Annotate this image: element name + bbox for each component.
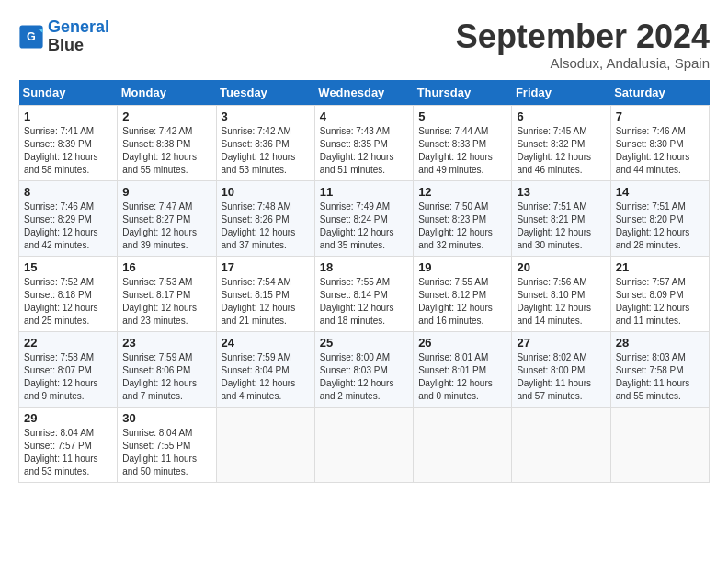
calendar-cell: 18Sunrise: 7:55 AM Sunset: 8:14 PM Dayli…	[314, 256, 413, 331]
day-info: Sunrise: 7:43 AM Sunset: 8:35 PM Dayligh…	[320, 125, 408, 177]
header-cell-friday: Friday	[512, 80, 610, 106]
calendar-cell: 7Sunrise: 7:46 AM Sunset: 8:30 PM Daylig…	[610, 105, 709, 180]
day-info: Sunrise: 7:59 AM Sunset: 8:06 PM Dayligh…	[122, 351, 210, 403]
day-info: Sunrise: 7:41 AM Sunset: 8:39 PM Dayligh…	[24, 125, 112, 177]
header-cell-wednesday: Wednesday	[314, 80, 413, 106]
day-info: Sunrise: 7:51 AM Sunset: 8:21 PM Dayligh…	[517, 201, 605, 252]
day-number: 14	[616, 185, 704, 199]
day-info: Sunrise: 8:04 AM Sunset: 7:57 PM Dayligh…	[24, 427, 112, 478]
calendar-cell: 3Sunrise: 7:42 AM Sunset: 8:36 PM Daylig…	[216, 105, 314, 180]
calendar-cell: 10Sunrise: 7:48 AM Sunset: 8:26 PM Dayli…	[216, 180, 314, 256]
day-number: 21	[616, 260, 704, 274]
calendar-cell: 1Sunrise: 7:41 AM Sunset: 8:39 PM Daylig…	[19, 105, 118, 180]
calendar-header: SundayMondayTuesdayWednesdayThursdayFrid…	[19, 80, 710, 106]
day-number: 12	[418, 185, 506, 199]
day-info: Sunrise: 7:55 AM Sunset: 8:14 PM Dayligh…	[320, 276, 408, 327]
day-number: 27	[517, 336, 605, 350]
calendar-cell: 5Sunrise: 7:44 AM Sunset: 8:33 PM Daylig…	[414, 105, 512, 180]
day-number: 25	[320, 336, 408, 350]
day-number: 8	[24, 185, 112, 199]
day-number: 6	[517, 109, 605, 123]
day-info: Sunrise: 8:01 AM Sunset: 8:01 PM Dayligh…	[418, 351, 506, 403]
day-number: 19	[418, 260, 506, 274]
day-info: Sunrise: 8:03 AM Sunset: 7:58 PM Dayligh…	[616, 351, 704, 403]
header-cell-saturday: Saturday	[610, 80, 709, 106]
calendar-row: 8Sunrise: 7:46 AM Sunset: 8:29 PM Daylig…	[19, 180, 710, 256]
day-number: 16	[122, 260, 210, 274]
calendar-cell: 27Sunrise: 8:02 AM Sunset: 8:00 PM Dayli…	[512, 331, 610, 407]
day-number: 3	[222, 109, 310, 123]
header-cell-thursday: Thursday	[414, 80, 512, 106]
month-title: September 2024	[456, 18, 710, 55]
day-number: 15	[24, 260, 112, 274]
day-number: 23	[122, 336, 210, 350]
calendar-cell: 29Sunrise: 8:04 AM Sunset: 7:57 PM Dayli…	[19, 407, 118, 482]
calendar-cell: 19Sunrise: 7:55 AM Sunset: 8:12 PM Dayli…	[414, 256, 512, 331]
calendar-cell: 20Sunrise: 7:56 AM Sunset: 8:10 PM Dayli…	[512, 256, 610, 331]
day-number: 22	[24, 336, 112, 350]
calendar-cell: 15Sunrise: 7:52 AM Sunset: 8:18 PM Dayli…	[19, 256, 118, 331]
day-info: Sunrise: 8:00 AM Sunset: 8:03 PM Dayligh…	[320, 351, 408, 403]
calendar-row: 1Sunrise: 7:41 AM Sunset: 8:39 PM Daylig…	[19, 105, 710, 180]
calendar-cell: 23Sunrise: 7:59 AM Sunset: 8:06 PM Dayli…	[118, 331, 216, 407]
day-number: 18	[320, 260, 408, 274]
day-info: Sunrise: 8:02 AM Sunset: 8:00 PM Dayligh…	[517, 351, 605, 403]
day-info: Sunrise: 7:55 AM Sunset: 8:12 PM Dayligh…	[418, 276, 506, 327]
day-number: 10	[222, 185, 310, 199]
calendar-cell: 21Sunrise: 7:57 AM Sunset: 8:09 PM Dayli…	[610, 256, 709, 331]
calendar-body: 1Sunrise: 7:41 AM Sunset: 8:39 PM Daylig…	[19, 105, 710, 482]
day-number: 4	[320, 109, 408, 123]
calendar-cell: 2Sunrise: 7:42 AM Sunset: 8:38 PM Daylig…	[118, 105, 216, 180]
calendar-table: SundayMondayTuesdayWednesdayThursdayFrid…	[18, 80, 710, 483]
calendar-cell: 24Sunrise: 7:59 AM Sunset: 8:04 PM Dayli…	[216, 331, 314, 407]
day-number: 20	[517, 260, 605, 274]
day-number: 13	[517, 185, 605, 199]
day-number: 26	[418, 336, 506, 350]
day-info: Sunrise: 7:57 AM Sunset: 8:09 PM Dayligh…	[616, 276, 704, 327]
title-area: September 2024 Alsodux, Andalusia, Spain	[456, 18, 710, 71]
day-info: Sunrise: 7:52 AM Sunset: 8:18 PM Dayligh…	[24, 276, 112, 327]
day-info: Sunrise: 7:59 AM Sunset: 8:04 PM Dayligh…	[222, 351, 310, 403]
calendar-cell: 8Sunrise: 7:46 AM Sunset: 8:29 PM Daylig…	[19, 180, 118, 256]
day-info: Sunrise: 7:46 AM Sunset: 8:29 PM Dayligh…	[24, 201, 112, 252]
day-info: Sunrise: 7:45 AM Sunset: 8:32 PM Dayligh…	[517, 125, 605, 177]
logo-text: General Blue	[48, 18, 109, 55]
calendar-cell: 30Sunrise: 8:04 AM Sunset: 7:55 PM Dayli…	[118, 407, 216, 482]
day-info: Sunrise: 7:47 AM Sunset: 8:27 PM Dayligh…	[122, 201, 210, 252]
calendar-cell: 22Sunrise: 7:58 AM Sunset: 8:07 PM Dayli…	[19, 331, 118, 407]
calendar-cell: 14Sunrise: 7:51 AM Sunset: 8:20 PM Dayli…	[610, 180, 709, 256]
calendar-cell: 26Sunrise: 8:01 AM Sunset: 8:01 PM Dayli…	[414, 331, 512, 407]
day-number: 5	[418, 109, 506, 123]
day-number: 9	[122, 185, 210, 199]
calendar-cell: 28Sunrise: 8:03 AM Sunset: 7:58 PM Dayli…	[610, 331, 709, 407]
day-number: 11	[320, 185, 408, 199]
calendar-cell: 9Sunrise: 7:47 AM Sunset: 8:27 PM Daylig…	[118, 180, 216, 256]
calendar-cell: 12Sunrise: 7:50 AM Sunset: 8:23 PM Dayli…	[414, 180, 512, 256]
day-info: Sunrise: 7:42 AM Sunset: 8:38 PM Dayligh…	[122, 125, 210, 177]
day-number: 24	[222, 336, 310, 350]
calendar-cell	[414, 407, 512, 482]
calendar-row: 29Sunrise: 8:04 AM Sunset: 7:57 PM Dayli…	[19, 407, 710, 482]
day-info: Sunrise: 7:58 AM Sunset: 8:07 PM Dayligh…	[24, 351, 112, 403]
calendar-cell: 16Sunrise: 7:53 AM Sunset: 8:17 PM Dayli…	[118, 256, 216, 331]
calendar-cell: 11Sunrise: 7:49 AM Sunset: 8:24 PM Dayli…	[314, 180, 413, 256]
calendar-row: 22Sunrise: 7:58 AM Sunset: 8:07 PM Dayli…	[19, 331, 710, 407]
calendar-cell: 25Sunrise: 8:00 AM Sunset: 8:03 PM Dayli…	[314, 331, 413, 407]
logo: G General Blue	[18, 18, 109, 55]
day-info: Sunrise: 7:44 AM Sunset: 8:33 PM Dayligh…	[418, 125, 506, 177]
day-number: 28	[616, 336, 704, 350]
calendar-cell	[512, 407, 610, 482]
day-number: 7	[616, 109, 704, 123]
day-info: Sunrise: 7:48 AM Sunset: 8:26 PM Dayligh…	[222, 201, 310, 252]
day-info: Sunrise: 7:54 AM Sunset: 8:15 PM Dayligh…	[222, 276, 310, 327]
day-number: 30	[122, 411, 210, 425]
header-row: SundayMondayTuesdayWednesdayThursdayFrid…	[19, 80, 710, 106]
calendar-cell: 6Sunrise: 7:45 AM Sunset: 8:32 PM Daylig…	[512, 105, 610, 180]
header-cell-monday: Monday	[118, 80, 216, 106]
svg-text:G: G	[27, 30, 36, 43]
calendar-cell	[216, 407, 314, 482]
header-cell-sunday: Sunday	[19, 80, 118, 106]
day-info: Sunrise: 8:04 AM Sunset: 7:55 PM Dayligh…	[122, 427, 210, 478]
day-info: Sunrise: 7:46 AM Sunset: 8:30 PM Dayligh…	[616, 125, 704, 177]
page-header: G General Blue September 2024 Alsodux, A…	[18, 18, 710, 71]
